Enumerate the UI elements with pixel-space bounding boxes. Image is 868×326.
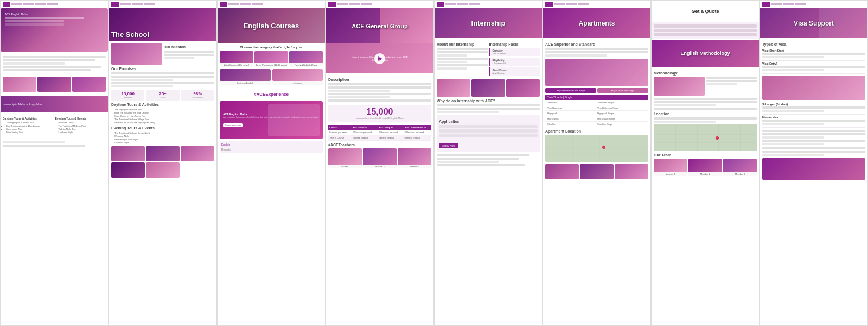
internship-nav-3[interactable] <box>469 3 480 5</box>
apt-image <box>545 59 648 86</box>
team-member-2: Member 2 <box>688 159 722 176</box>
nav-item-3[interactable] <box>35 3 46 5</box>
logo-internship <box>437 2 444 7</box>
apt-filter-tabs: Any to share room with Single Any to sha… <box>545 88 648 93</box>
family-kids-label: Family & Kids (9-18 yrs) <box>289 63 323 67</box>
apt-tab-standard[interactable]: Any to share room with Single <box>545 88 596 93</box>
nav-general <box>326 1 433 8</box>
english-hero-title: English Courses <box>244 22 299 30</box>
stat-sat-number: 98% <box>183 91 213 96</box>
table-header-ace1: ACE Group 20 <box>352 125 378 130</box>
english-nav-1[interactable] <box>228 3 239 5</box>
list-item: Wine Tasting Tour <box>6 131 54 134</box>
visa-title: Visa Support <box>794 20 834 27</box>
general-hero-title: ACE General Group <box>352 23 407 29</box>
intensive-card[interactable]: Intensive <box>272 69 323 85</box>
apartments-hero: Apartments <box>543 8 650 38</box>
learn-more-btn[interactable]: See our courses <box>223 123 243 127</box>
methodology-title: English Methodology <box>681 51 730 56</box>
card-apartments: Apartments ACE Superior and Standard Any… <box>542 0 651 326</box>
list-item: Boat Trip including the Blue Lagoon <box>6 124 54 127</box>
adult-courses-label: Adult Courses (18+ years) <box>220 63 253 67</box>
nav-item-4[interactable] <box>47 3 58 5</box>
list-item: Gozo Island Tour <box>6 128 54 130</box>
internship-nav-2[interactable] <box>457 3 468 5</box>
apt-row-5: Shoulder Shoulder Single <box>545 122 648 127</box>
highlight-box: 15,000 students have benefitted from ACE… <box>328 105 431 122</box>
visa-nav-2[interactable] <box>783 3 794 5</box>
methodology-hero: English Methodology <box>652 40 759 67</box>
nav-apartments <box>543 1 650 8</box>
apartments-nav-2[interactable] <box>566 3 577 5</box>
general-nav-3[interactable] <box>361 3 372 5</box>
logo-apartments <box>545 2 553 7</box>
stat-years-label: Years <box>148 96 177 99</box>
visa-schengen: Schengen (Student) <box>762 102 865 115</box>
promises-title: Our Promises <box>111 67 214 71</box>
card-school: The School Our Mission Our Promises <box>108 0 217 326</box>
general-nav-2[interactable] <box>349 3 360 5</box>
apt-superior-title: ACE Superior and Standard <box>545 42 648 46</box>
school-nav-2[interactable] <box>132 3 143 5</box>
table-header-course: Course <box>328 125 352 130</box>
school-nav-1[interactable] <box>120 3 131 5</box>
junior-programme-card[interactable]: Junior Programme (12-17 years) <box>254 51 288 67</box>
school-nav-3[interactable] <box>144 3 155 5</box>
nav-home <box>1 1 108 8</box>
internship-nav-1[interactable] <box>445 3 456 5</box>
methodology-team-grid: Member 1 Member 2 Member 3 <box>654 159 757 176</box>
teacher-card-1: Teacher 1 <box>328 148 362 168</box>
nav-item-1[interactable] <box>11 3 22 5</box>
apt-bottom-images <box>545 164 648 179</box>
visa-hero: Visa Support <box>760 8 867 38</box>
ace-hashtag: #ACEExperience <box>220 88 323 98</box>
internship-facts-title: Internship Facts <box>489 42 540 46</box>
nav-school <box>109 1 216 8</box>
general-nav-1[interactable] <box>337 3 348 5</box>
apt-row-2: Very High peak Very High peak Single <box>545 105 648 111</box>
team-member-1: Member 1 <box>654 159 687 176</box>
highlight-number: 15,000 <box>330 107 429 117</box>
stat-number: 15,000 <box>113 91 143 96</box>
apartments-nav-3[interactable] <box>578 3 589 5</box>
visa-minoan: Minoan Visa <box>762 115 865 128</box>
page-grid: ACE English Malta Internship in Malta → … <box>0 0 868 326</box>
activity-item: The Highlights of Mdina Tour <box>114 108 214 111</box>
apt-tab-superior[interactable]: Any to share with Single <box>597 88 648 93</box>
description-title: Description <box>328 78 431 82</box>
table-header-ace2: ACE Group 25 <box>378 125 404 130</box>
english-nav-2[interactable] <box>240 3 251 5</box>
apartments-nav-1[interactable] <box>554 3 565 5</box>
internship-title: Internship <box>471 19 506 27</box>
logo-home <box>3 2 10 7</box>
visa-types-title: Types of Visa <box>762 42 865 46</box>
apply-button[interactable]: Apply Now <box>439 143 458 148</box>
adult-courses-card[interactable]: Adult Courses (18+ years) <box>220 51 253 67</box>
quote-header: Get a Quote <box>652 1 759 22</box>
visa-nav-1[interactable] <box>771 3 782 5</box>
english-nav-3[interactable] <box>252 3 263 5</box>
team-member-3: Member 3 <box>723 159 757 176</box>
apt-row-3: High peak High peak Single <box>545 111 648 116</box>
evening-item: Welcome Night <box>114 135 214 137</box>
stat-label: Students <box>113 96 143 99</box>
stat-sat-label: Satisfaction <box>183 96 213 99</box>
activity-item: The Traditional Maltese Village Tour <box>114 118 214 121</box>
nav-visa <box>760 1 867 8</box>
school-hero-title: The School <box>111 30 149 39</box>
team-title: Our Team <box>654 153 757 157</box>
activity-item: Gozo Group by High Speed Ferry <box>114 115 214 117</box>
visa-nav-3[interactable] <box>795 3 806 5</box>
video-strip[interactable]: I want to be uplifted with pure details … <box>326 43 433 73</box>
card-visa: Visa Support Types of Visa Visa (Short S… <box>760 0 868 326</box>
promo-banner: ACE English Malta is a boutique language… <box>220 101 323 139</box>
family-kids-card[interactable]: Family & Kids (9-18 yrs) <box>289 51 323 67</box>
english-hero: English Courses <box>218 8 325 43</box>
nav-item-2[interactable] <box>23 3 34 5</box>
stat-students: 15,000 Students <box>111 90 144 101</box>
courses-table: Course ACE Group 20 ACE Group 25 ACE Com… <box>328 125 431 141</box>
business-card[interactable]: Business English <box>220 69 271 85</box>
general-hero: ACE General Group <box>326 8 433 43</box>
category-grid: Adult Courses (18+ years) Junior Program… <box>220 51 323 67</box>
apt-row-1: Twin/Peak Twin/Peak Single <box>545 100 648 105</box>
